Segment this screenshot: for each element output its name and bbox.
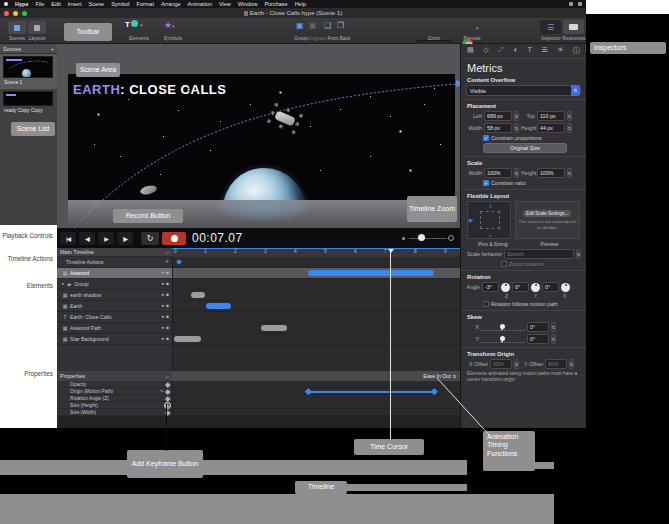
lock-icon[interactable]: ■ [166,315,169,320]
scenes-button[interactable] [8,21,26,34]
zoom-contents-checkbox[interactable]: ✓ [501,261,507,267]
scene-thumbnail-2[interactable]: ready Copy Copy [0,89,57,117]
animation-bar[interactable] [206,303,231,309]
menu-item-arrange[interactable]: Arrange [161,1,181,7]
rotation-y-dial[interactable] [531,283,540,292]
top-stepper[interactable]: ⇅ [567,111,572,121]
animation-bar[interactable] [191,292,205,298]
lock-icon[interactable]: ■ [166,271,169,276]
timeline-row-earth-shadow[interactable]: ▦earth shadow●■ [57,290,460,301]
original-size-button[interactable]: Original Size [483,143,567,153]
height-stepper[interactable]: ⇅ [567,123,572,133]
property-row-origin-motion-path-[interactable]: Origin (Motion Path)↷ [57,388,460,395]
menu-item-view[interactable]: View [219,1,231,7]
add-keyframe-button[interactable] [165,410,170,415]
tab-physics[interactable]: ✳ [557,46,563,56]
symbols-dropdown[interactable]: ★▾ [164,20,188,33]
ungroup-icon[interactable]: ▣ [309,21,317,30]
add-scene-button[interactable]: + [51,46,54,52]
menu-item-purchase[interactable]: Purchase [264,1,287,7]
easing-function-dropdown[interactable]: Ease In Out [423,373,450,379]
skew-y-field[interactable]: 0° [527,334,549,344]
tab-document[interactable]: ▤ [467,46,474,56]
menu-item-insert[interactable]: Insert [68,1,82,7]
menu-item-help[interactable]: Help [295,1,306,7]
tab-scene[interactable]: ◇ [483,46,488,56]
tab-text[interactable]: T [528,46,532,56]
eye-icon[interactable]: ● [162,315,165,320]
timeline-ruler[interactable]: 0123456789 [172,248,460,257]
group-icon[interactable]: ▣ [296,21,304,30]
layouts-button[interactable] [28,21,46,34]
rotation-z-dial[interactable] [501,283,510,292]
property-row-size-height-[interactable]: Size (Height) [57,402,460,409]
timeline-row-asteroid-path[interactable]: ▦Asteroid Path●■ [57,323,460,334]
height-field[interactable]: 44 px [537,123,565,133]
front-icon[interactable]: ❏ [324,21,331,30]
tab-identity[interactable]: ⓘ [573,46,580,56]
menu-item-window[interactable]: Window [238,1,258,7]
origin-animation-line[interactable] [308,391,434,393]
timeline-row-earth-close-calls[interactable]: TEarth: Close Calls●■ [57,312,460,323]
rotation-follows-path-checkbox[interactable]: ✓ [483,301,489,307]
lock-icon[interactable]: ■ [166,304,169,309]
rotation-z-field[interactable]: -3° [482,282,499,292]
y-offset-field[interactable]: 50% [545,359,567,369]
menu-item-file[interactable]: File [35,1,44,7]
menu-item-hype[interactable]: Hype [15,1,28,7]
frame-forward-button[interactable]: |▶ [117,232,133,245]
eye-icon[interactable]: ● [162,304,165,309]
time-cursor[interactable] [390,249,391,428]
scene-canvas[interactable]: EARTH: CLOSE CALLS [68,74,455,200]
menu-item-animation[interactable]: Animation [188,1,212,7]
timeline-row-asteroid[interactable]: ▦Asteroid●■ [57,268,460,279]
constrain-proportions-checkbox[interactable]: ✓ [483,135,489,141]
tab-element[interactable]: ◐ [514,46,518,56]
apple-icon[interactable] [4,2,8,6]
tab-metrics[interactable]: ⤢ [498,46,504,56]
rotation-y-field[interactable]: 0° [512,282,529,292]
scene-title-text[interactable]: EARTH: CLOSE CALLS [73,82,226,97]
skew-x-slider[interactable] [481,323,525,331]
resources-button[interactable] [563,20,584,34]
left-stepper[interactable]: ⇅ [514,111,519,121]
add-keyframe-button[interactable] [165,389,170,394]
back-icon[interactable]: ❐ [337,21,344,30]
keyframe-diamond[interactable] [176,259,182,265]
add-keyframe-button[interactable] [165,403,170,408]
skew-x-field[interactable]: 0° [527,322,549,332]
top-field[interactable]: 110 px [537,111,565,121]
content-overflow-dropdown[interactable]: Visible⇅ [466,85,581,96]
eye-icon[interactable]: ● [162,282,165,287]
animation-bar[interactable] [174,336,201,342]
timeline-row-star-background[interactable]: ▦Star Background●■ [57,334,460,345]
property-row-rotation-angle-z-[interactable]: Rotation Angle (Z) [57,395,460,402]
timeline-selector[interactable]: Main Timeline ⌵ [57,248,172,257]
scale-height-field[interactable]: 100% [537,168,565,178]
add-keyframe-button[interactable] [165,396,170,401]
menu-item-edit[interactable]: Edit [51,1,60,7]
lock-icon[interactable]: ■ [166,326,169,331]
inspector-button[interactable]: ☰ [540,20,561,34]
timeline-row-group[interactable]: ▸▰Group●■ [57,279,460,290]
x-offset-field[interactable]: 50% [490,359,512,369]
asteroid-path-rock[interactable] [139,184,157,196]
timeline-row-earth[interactable]: ▦Earth●■ [57,301,460,312]
scale-behavior-dropdown[interactable]: Stretch [504,249,574,259]
lock-icon[interactable]: ■ [166,282,169,287]
scene-thumbnail-1[interactable]: Scene 1 [0,54,57,89]
animation-bar[interactable] [261,325,287,331]
play-button[interactable]: ▶ [98,232,114,245]
frame-back-button[interactable]: ◀| [79,232,95,245]
eye-icon[interactable]: ● [162,326,165,331]
menu-item-scene[interactable]: Scene [89,1,105,7]
edit-scale-settings-button[interactable]: Edit Scale Settings... [523,210,571,217]
timeline-row-timeline-actions[interactable]: Timeline Actions✳ [57,257,460,268]
property-row-size-width-[interactable]: Size (Width) [57,409,460,416]
add-keyframe-button[interactable] [165,382,170,387]
zoom-slider-thumb[interactable] [418,234,425,241]
tab-actions[interactable]: ☰ [542,46,548,56]
properties-header[interactable]: Properties⌵ Ease In Out⇅ [57,371,460,381]
skew-y-slider[interactable] [481,335,525,343]
record-button[interactable] [162,232,186,245]
